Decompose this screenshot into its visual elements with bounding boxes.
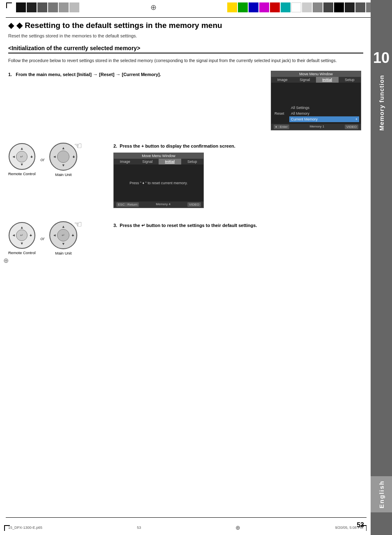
menu1-tab-signal: Signal (294, 77, 316, 83)
step3-remote-plus: + (30, 233, 32, 238)
remote-enter-button: ↵ (16, 151, 28, 162)
step3-remote-circle: ▲ ▼ ◄ ↵ + (9, 222, 35, 249)
step3-remote-label: Remote Control (8, 250, 36, 255)
menu2-footer-video: VIDEO (187, 202, 201, 207)
step3-or-text: or (41, 236, 45, 241)
finger-icon: ☞ (74, 141, 82, 151)
main-unit-enter (57, 151, 69, 163)
step3-remote-up: ▲ (20, 225, 24, 229)
remote-up-arrow: ▲ (20, 146, 24, 151)
page-title: ◆ ◆ Resetting to the default settings in… (8, 21, 363, 30)
step3-right: 3. Press the ↵ button to reset the setti… (113, 218, 363, 229)
page-subtitle: Reset the settings stored in the memorie… (8, 33, 363, 38)
bottom-border (6, 517, 367, 518)
step3-main-plus: + (71, 233, 74, 238)
menu1-item-current-memory: Current Memory + (289, 116, 359, 122)
step3-remote-left: ◄ (12, 233, 16, 237)
menu2-title: Move Menu Window (114, 153, 203, 159)
remote-down-arrow: ▼ (20, 162, 24, 167)
step2-menu-screenshot: Move Menu Window Image Signal Initial Se… (113, 153, 204, 208)
step2-controls-row: ▲ ▼ ◄ ↵ + Remote Control or (8, 143, 77, 177)
step2-or-text: or (41, 157, 45, 162)
remote-left-arrow: ◄ (12, 155, 16, 159)
step3-controls-row: ▲ ▼ ◄ ↵ + Remote Control or (8, 221, 77, 255)
top-crosshair-icon: ⊕ (150, 3, 157, 12)
step3-main-unit-label: Main Unit (55, 251, 71, 255)
main-unit-plus: + (72, 154, 75, 159)
step3-remote-control: ▲ ▼ ◄ ↵ + Remote Control (8, 222, 36, 255)
main-unit-down: ▼ (62, 163, 65, 167)
menu1-tabs: Image Signal Initial Setup (271, 77, 361, 83)
menu1-body: Reset All Settings All Memory Current Me… (271, 83, 361, 124)
step3-instruction: 3. Press the ↵ button to reset the setti… (113, 218, 363, 229)
menu1-item-all-settings: All Settings (289, 105, 359, 111)
menu2-footer-memory: Memory 4 (156, 202, 171, 207)
remote-circle: ▲ ▼ ◄ ↵ + (9, 143, 35, 170)
main-unit-circle: ▲ ▼ ◄ + (49, 143, 77, 171)
step3-finger-icon: ☞ (74, 219, 82, 230)
right-sidebar: 10 Memory function English (371, 0, 392, 535)
step1-instruction: From the main menu, select [Initial] → [… (16, 72, 161, 77)
step1-container: 1. From the main menu, select [Initial] … (8, 71, 363, 130)
sidebar-language-label: English (378, 480, 385, 508)
step2-instruction: 2. Press the + button to display the con… (113, 139, 363, 150)
step1-menu-screenshot: Move Menu Window Image Signal Initial Se… (271, 71, 363, 130)
remote-plus-symbol: + (30, 154, 33, 159)
step3-main-left: ◄ (53, 233, 56, 237)
footer-page-center: 53 (137, 526, 141, 530)
menu1-title: Move Menu Window (271, 71, 361, 77)
top-border (6, 17, 386, 18)
menu2-confirm-text: Press " ♦ " to reset current memory. (129, 181, 187, 185)
menu2-tab-initial: Initial (159, 159, 181, 164)
menu2-footer-esc: ESC : Return (116, 202, 139, 207)
step2-main-unit-label: Main Unit (55, 172, 71, 177)
menu1-footer-video: VIDEO (345, 125, 358, 129)
menu1-tab-setup: Setup (339, 77, 361, 83)
step2-controls: ▲ ▼ ◄ ↵ + Remote Control or (8, 139, 107, 179)
step1-number: 1. From the main menu, select [Initial] … (8, 71, 264, 78)
main-unit-wrapper: ▲ ▼ ◄ + ☞ (49, 143, 77, 171)
footer-filename: 15_DPX-1300-E.p65 (8, 526, 42, 530)
section-heading: <Initialization of the currently selecte… (8, 45, 363, 53)
menu1-footer-memory: Memory 1 (310, 125, 325, 129)
section-intro: Follow the procedure below to revert set… (8, 58, 363, 64)
menu2-tabs: Image Signal Initial Setup (114, 159, 203, 164)
step2-remote-control: ▲ ▼ ◄ ↵ + Remote Control (8, 143, 36, 176)
step1-left: 1. From the main menu, select [Initial] … (8, 71, 264, 80)
step3-remote-enter: ↵ (16, 229, 28, 241)
sidebar-chapter-number: 10 (373, 49, 390, 67)
step3-main-enter: ↵ (57, 229, 69, 241)
menu1-tab-initial: Initial (316, 77, 339, 83)
step2-remote-label: Remote Control (8, 171, 36, 176)
menu1-reset-row: Reset All Settings All Memory Current Me… (273, 105, 359, 122)
menu2-tab-image: Image (114, 159, 136, 164)
step3-main-up: ▲ (62, 225, 65, 229)
step3-remote-down: ▼ (20, 241, 24, 245)
menu2-tab-setup: Setup (181, 159, 204, 164)
step3-main-unit: ▲ ▼ ◄ ↵ + ☞ Main Unit (49, 221, 77, 255)
sidebar-section-label: Memory function (378, 75, 385, 131)
main-unit-up: ▲ (62, 146, 65, 150)
step2-right: 2. Press the + button to display the con… (113, 139, 363, 208)
step3-main-unit-wrapper: ▲ ▼ ◄ ↵ + ☞ (49, 221, 77, 249)
bottom-left-corner (4, 525, 10, 531)
main-unit-left: ◄ (53, 155, 56, 159)
menu2-confirm-body: Press " ♦ " to reset current memory. (114, 164, 203, 201)
menu1-tab-image: Image (271, 77, 294, 83)
menu2-footer: ESC : Return Memory 4 VIDEO (114, 201, 203, 208)
step3-main-unit-circle: ▲ ▼ ◄ ↵ + (49, 221, 77, 249)
menu1-reset-label: Reset (273, 111, 289, 116)
bottom-crosshair-icon: ⊕ (235, 524, 240, 531)
step2-container: ▲ ▼ ◄ ↵ + Remote Control or (8, 139, 363, 208)
menu1-footer-enter: ♦ : Enter (274, 125, 289, 129)
menu2-tab-signal: Signal (136, 159, 159, 164)
step3-container: ▲ ▼ ◄ ↵ + Remote Control or (8, 218, 363, 258)
page-number: 53 (357, 521, 364, 529)
step2-main-unit: ▲ ▼ ◄ + ☞ Main Unit (49, 143, 77, 177)
page-footer: 15_DPX-1300-E.p65 53 ⊕ 9/20/05, 5:08 PM (8, 524, 363, 531)
menu1-footer: ♦ : Enter Memory 1 VIDEO (271, 124, 361, 130)
step3-controls: ▲ ▼ ◄ ↵ + Remote Control or (8, 218, 107, 258)
diamond-icon: ◆ (8, 21, 14, 30)
menu1-items: All Settings All Memory Current Memory + (289, 105, 359, 122)
menu1-item-all-memory: All Memory (289, 111, 359, 116)
